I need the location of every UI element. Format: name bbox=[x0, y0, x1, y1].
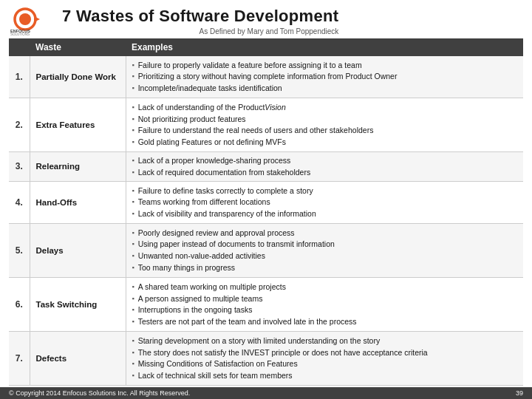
list-item: A shared team working on multiple projec… bbox=[132, 281, 518, 293]
table-row: 3.RelearningLack of a proper knowledge-s… bbox=[9, 151, 523, 181]
subtitle: As Defined by Mary and Tom Poppendieck bbox=[62, 27, 338, 35]
table-row: 7.DefectsStaring development on a story … bbox=[9, 331, 523, 385]
row-number: 2. bbox=[9, 98, 30, 151]
list-item: Lack of required documentation from stak… bbox=[132, 166, 518, 178]
table-row: 6.Task SwitchingA shared team working on… bbox=[9, 277, 523, 331]
list-item: Lack of technical skill sets for team me… bbox=[132, 370, 518, 382]
list-item: Unwanted non-value-added activities bbox=[132, 250, 518, 262]
row-examples: Lack of a proper knowledge-sharing proce… bbox=[126, 151, 523, 181]
svg-text:SOLUTIONS: SOLUTIONS bbox=[10, 33, 30, 35]
list-item: Lack of understanding of the Product Vis… bbox=[132, 101, 518, 113]
row-examples: Failure to properly validate a feature b… bbox=[126, 56, 523, 98]
main-title: 7 Wastes of Software Development bbox=[62, 7, 338, 26]
copyright: © Copyright 2014 Enfocus Solutions Inc. … bbox=[9, 389, 190, 397]
list-item: Interruptions in the ongoing tasks bbox=[132, 304, 518, 316]
list-item: Prioritizing a story without having comp… bbox=[132, 71, 518, 83]
row-waste: Partially Done Work bbox=[30, 56, 126, 98]
list-item: The story does not satisfy the INVEST pr… bbox=[132, 347, 518, 358]
row-number: 4. bbox=[9, 181, 30, 223]
list-item: Failure to properly validate a feature b… bbox=[132, 59, 518, 71]
row-number: 6. bbox=[9, 277, 30, 331]
list-item: Staring development on a story with limi… bbox=[132, 335, 518, 347]
row-waste: Hand-Offs bbox=[30, 181, 126, 223]
table-row: 2.Extra FeaturesLack of understanding of… bbox=[9, 98, 523, 151]
page: ENFOCUS SOLUTIONS 7 Wastes of Software D… bbox=[0, 0, 532, 399]
list-item: Testers are not part of the team and inv… bbox=[132, 316, 518, 327]
header: ENFOCUS SOLUTIONS 7 Wastes of Software D… bbox=[0, 0, 532, 38]
table-body: 1.Partially Done WorkFailure to properly… bbox=[9, 56, 523, 386]
row-examples: Lack of understanding of the Product Vis… bbox=[126, 98, 523, 151]
row-examples: Poorly designed review and approval proc… bbox=[126, 223, 523, 277]
logo: ENFOCUS SOLUTIONS bbox=[9, 6, 62, 35]
list-item: Teams working from different locations bbox=[132, 197, 518, 208]
list-item: Incomplete/inadequate tasks identificati… bbox=[132, 83, 518, 95]
footer: © Copyright 2014 Enfocus Solutions Inc. … bbox=[0, 387, 532, 399]
table-header-row: Waste Examples bbox=[9, 38, 523, 56]
table-row: 4.Hand-OffsFailure to define tasks corre… bbox=[9, 181, 523, 223]
row-waste: Extra Features bbox=[30, 98, 126, 151]
row-waste: Relearning bbox=[30, 151, 126, 181]
header-text: 7 Wastes of Software Development As Defi… bbox=[62, 7, 338, 35]
list-item: Poorly designed review and approval proc… bbox=[132, 227, 518, 239]
list-item: Too many things in progress bbox=[132, 262, 518, 273]
list-item: Lack of a proper knowledge-sharing proce… bbox=[132, 155, 518, 167]
col-header-waste: Waste bbox=[30, 38, 126, 56]
col-header-num bbox=[9, 38, 30, 56]
main-table: Waste Examples 1.Partially Done WorkFail… bbox=[9, 38, 523, 386]
list-item: Gold plating Features or not defining MV… bbox=[132, 136, 518, 148]
row-waste: Task Switching bbox=[30, 277, 126, 331]
row-examples: Staring development on a story with limi… bbox=[126, 331, 523, 385]
svg-marker-2 bbox=[34, 16, 40, 22]
row-waste: Defects bbox=[30, 331, 126, 385]
table-row: 1.Partially Done WorkFailure to properly… bbox=[9, 56, 523, 98]
row-number: 3. bbox=[9, 151, 30, 181]
list-item: Failure to understand the real needs of … bbox=[132, 125, 518, 137]
page-number: 39 bbox=[516, 389, 523, 397]
row-number: 1. bbox=[9, 56, 30, 98]
list-item: A person assigned to multiple teams bbox=[132, 293, 518, 304]
table-row: 5.DelaysPoorly designed review and appro… bbox=[9, 223, 523, 277]
col-header-examples: Examples bbox=[126, 38, 523, 56]
row-examples: A shared team working on multiple projec… bbox=[126, 277, 523, 331]
list-item: Lack of visibility and transparency of t… bbox=[132, 208, 518, 220]
list-item: Missing Conditions of Satisfaction on Fe… bbox=[132, 358, 518, 370]
list-item: Using paper instead of documents to tran… bbox=[132, 239, 518, 250]
row-number: 7. bbox=[9, 331, 30, 385]
svg-point-1 bbox=[19, 13, 31, 25]
table-wrap: Waste Examples 1.Partially Done WorkFail… bbox=[0, 38, 532, 387]
list-item: Failure to define tasks correctly to com… bbox=[132, 185, 518, 197]
row-examples: Failure to define tasks correctly to com… bbox=[126, 181, 523, 223]
list-item: Not prioritizing product features bbox=[132, 113, 518, 125]
row-waste: Delays bbox=[30, 223, 126, 277]
row-number: 5. bbox=[9, 223, 30, 277]
